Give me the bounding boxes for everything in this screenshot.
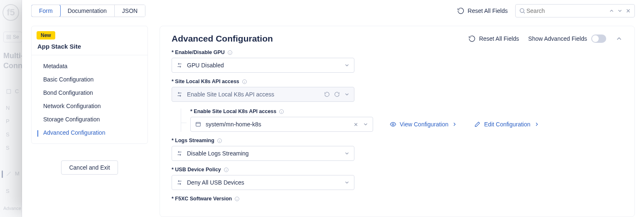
object-icon xyxy=(195,121,202,128)
config-panel: Advanced Configuration Reset All Fields … xyxy=(160,26,635,217)
k8s-value: Enable Site Local K8s API access xyxy=(187,91,320,98)
brand-logo: f5 xyxy=(2,4,19,21)
eye-icon xyxy=(390,121,396,128)
gpu-select[interactable]: GPU Disabled xyxy=(172,58,354,73)
chevron-right-icon xyxy=(534,121,540,127)
reset-all-fields-top[interactable]: Reset All Fields xyxy=(457,7,508,15)
reset-icon xyxy=(457,7,465,15)
show-advanced-label: Show Advanced Fields xyxy=(528,35,587,42)
chevron-down-icon xyxy=(344,62,350,68)
info-icon[interactable] xyxy=(242,79,247,84)
svg-rect-1 xyxy=(9,35,11,37)
bg-active-indicator xyxy=(2,170,3,178)
search-box[interactable] xyxy=(515,4,635,17)
toggle-switch[interactable] xyxy=(591,35,606,43)
bg-menu-item: M xyxy=(6,170,20,177)
sidebar-item-metadata[interactable]: Metadata xyxy=(32,59,147,73)
svg-rect-3 xyxy=(9,37,11,39)
new-badge: New xyxy=(37,31,55,39)
search-clear-icon[interactable] xyxy=(625,8,631,14)
usb-select[interactable]: Deny All USB Devices xyxy=(172,175,354,190)
search-icon xyxy=(519,7,526,14)
info-icon[interactable] xyxy=(224,167,229,173)
k8s-select[interactable]: Enable Site Local K8s API access xyxy=(172,87,354,102)
undo-icon[interactable] xyxy=(324,91,330,97)
bg-menu-item: P xyxy=(6,118,10,124)
logs-value: Disable Logs Streaming xyxy=(187,150,340,157)
info-icon[interactable] xyxy=(227,50,233,55)
reset-label: Reset All Fields xyxy=(479,35,519,42)
svg-rect-4 xyxy=(7,89,10,93)
show-advanced-toggle[interactable]: Show Advanced Fields xyxy=(528,35,606,43)
nested-k8s-enable: * Enable Site Local K8s API access syste… xyxy=(181,108,623,132)
search-input[interactable] xyxy=(526,7,609,15)
topbar: Form Documentation JSON Reset All Fields xyxy=(22,0,644,22)
view-mode-tabs: Form Documentation JSON xyxy=(31,5,145,17)
tab-documentation[interactable]: Documentation xyxy=(60,5,115,17)
svg-point-5 xyxy=(520,9,524,12)
logs-label: * Logs Streaming xyxy=(172,138,214,143)
field-k8s-access: * Site Local K8s API access Enable Site … xyxy=(172,79,623,132)
usb-label: * USB Device Policy xyxy=(172,167,221,173)
bg-menu-item: S xyxy=(6,145,10,151)
redo-icon[interactable] xyxy=(334,91,340,97)
info-icon[interactable] xyxy=(234,196,240,202)
field-software-version: * F5XC Software Version xyxy=(172,196,623,202)
bg-menu-item: S xyxy=(6,188,10,194)
edit-config-label: Edit Configuration xyxy=(484,121,530,128)
panel-title: Advanced Configuration xyxy=(172,34,459,44)
svg-rect-9 xyxy=(196,122,201,126)
k8s-object-select[interactable]: system/mn-home-k8s xyxy=(190,117,373,132)
version-label: * F5XC Software Version xyxy=(172,196,232,202)
swap-icon xyxy=(176,179,183,186)
reset-icon xyxy=(468,35,476,42)
bg-breadcrumb: Advance xyxy=(3,206,21,211)
swap-icon xyxy=(176,91,183,98)
collapse-panel-icon[interactable] xyxy=(615,35,623,42)
sidebar-item-advanced-config[interactable]: Advanced Configuration xyxy=(32,126,147,139)
chevron-right-icon xyxy=(452,121,457,127)
svg-rect-0 xyxy=(7,35,9,37)
tab-json[interactable]: JSON xyxy=(115,5,145,17)
logs-select[interactable]: Disable Logs Streaming xyxy=(172,146,354,161)
gpu-label: * Enable/Disable GPU xyxy=(172,49,225,55)
field-gpu: * Enable/Disable GPU GPU Disabled xyxy=(172,49,623,73)
search-next-icon[interactable] xyxy=(617,8,623,14)
edit-configuration-link[interactable]: Edit Configuration xyxy=(474,121,539,128)
gpu-value: GPU Disabled xyxy=(187,62,340,69)
view-configuration-link[interactable]: View Configuration xyxy=(390,121,457,128)
sidebar-item-storage-config[interactable]: Storage Configuration xyxy=(32,113,147,126)
chevron-down-icon xyxy=(344,180,350,185)
sidebar-item-basic-config[interactable]: Basic Configuration xyxy=(32,73,147,86)
form-sidebar: New App Stack Site Metadata Basic Config… xyxy=(22,22,148,217)
sidebar-title: App Stack Site xyxy=(32,43,147,55)
k8s-enable-label: * Enable Site Local K8s API access xyxy=(190,108,276,114)
main-area: Advanced Configuration Reset All Fields … xyxy=(148,22,644,217)
pencil-icon xyxy=(474,121,481,128)
clear-icon[interactable] xyxy=(353,122,359,127)
usb-value: Deny All USB Devices xyxy=(187,179,340,186)
field-logs: * Logs Streaming Disable Logs Streaming xyxy=(172,138,623,161)
swap-icon xyxy=(176,150,183,157)
info-icon[interactable] xyxy=(217,138,222,143)
svg-point-10 xyxy=(392,123,394,125)
sidebar-item-network-config[interactable]: Network Configuration xyxy=(32,99,147,113)
swap-icon xyxy=(176,62,183,69)
chevron-down-icon xyxy=(363,121,369,127)
sidebar-nav: Metadata Basic Configuration Bond Config… xyxy=(32,55,147,143)
reset-all-fields-panel[interactable]: Reset All Fields xyxy=(468,35,519,42)
svg-rect-2 xyxy=(7,37,9,39)
bg-menu-item: S xyxy=(6,131,10,138)
view-config-label: View Configuration xyxy=(400,121,448,128)
search-prev-icon[interactable] xyxy=(609,8,615,14)
cancel-exit-button[interactable]: Cancel and Exit xyxy=(61,160,118,175)
bg-menu-item: N xyxy=(6,105,10,111)
k8s-label: * Site Local K8s API access xyxy=(172,79,239,84)
sidebar-item-bond-config[interactable]: Bond Configuration xyxy=(32,86,147,99)
bg-menu-item: C xyxy=(6,88,19,94)
chevron-down-icon xyxy=(344,91,350,97)
info-icon[interactable] xyxy=(279,109,284,114)
modal: Form Documentation JSON Reset All Fields xyxy=(22,0,644,217)
tab-form[interactable]: Form xyxy=(31,5,61,17)
bg-page-title: Multi-Conne xyxy=(3,51,23,71)
